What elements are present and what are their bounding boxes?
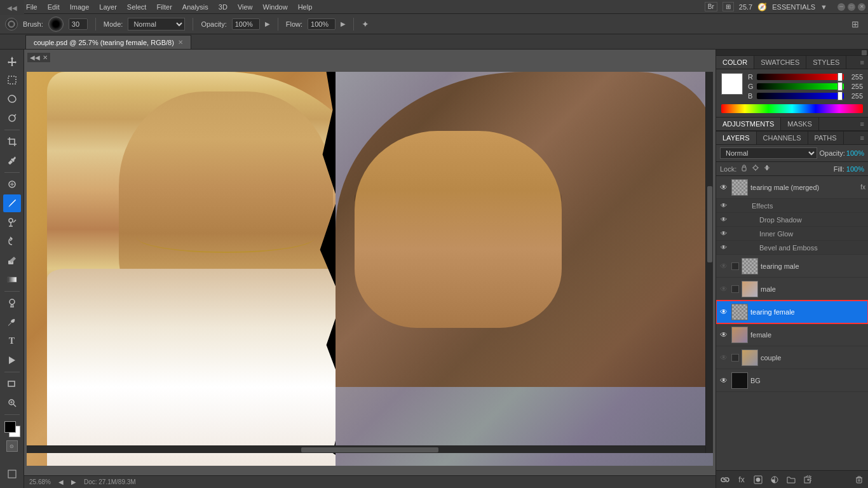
spot-heal-tool[interactable] [3,175,21,193]
layers-tab[interactable]: LAYERS [716,132,757,144]
bevel-emboss-eye[interactable]: 👁 [719,244,729,251]
layer-bg[interactable]: 👁 BG [716,369,868,392]
brush-preview[interactable] [48,17,64,32]
bridge-icon[interactable]: Br [705,2,717,11]
panel-collapse-left[interactable]: ◀◀ [7,4,17,11]
lock-transparent-icon[interactable] [740,164,748,173]
quick-select-tool[interactable] [3,109,21,127]
opacity-arrow[interactable]: ▶ [265,20,270,27]
crop-tool[interactable] [3,133,21,151]
layers-panel-menu[interactable]: ≡ [857,132,868,144]
new-layer-button[interactable] [801,473,814,486]
shape-tool[interactable] [3,375,21,393]
color-tab[interactable]: COLOR [716,56,754,69]
styles-tab[interactable]: STYLES [806,56,846,69]
opacity-value[interactable]: 100% [846,149,864,157]
inner-glow-eye[interactable]: 👁 [719,230,729,237]
layers-blend-mode[interactable]: Normal [720,147,817,159]
layer-tearing-male-merged[interactable]: 👁 tearing male (merged) fx [716,176,868,199]
layer-eye-tearing-female[interactable]: 👁 [719,308,729,316]
color-panel-menu[interactable]: ≡ [857,56,868,69]
tab-close-button[interactable]: ✕ [178,39,183,46]
lasso-tool[interactable] [3,90,21,108]
blend-mode-select[interactable]: Normal [128,18,185,30]
green-thumb[interactable] [837,82,843,91]
red-thumb[interactable] [837,73,843,81]
vscroll-thumb[interactable] [707,186,712,262]
add-mask-button[interactable] [752,473,764,486]
top-scroll-thumb[interactable] [862,50,867,55]
canvas-vertical-scrollbar[interactable] [705,72,713,453]
path-select-tool[interactable] [3,351,21,369]
layer-eye-couple[interactable]: 👁 [719,353,729,362]
layer-eye-female[interactable]: 👁 [719,330,729,339]
restore-button[interactable]: □ [848,3,855,11]
new-group-button[interactable] [785,473,797,486]
menu-view[interactable]: View [233,2,257,12]
layer-tearing-male[interactable]: 👁 tearing male [716,255,868,278]
menu-file[interactable]: File [22,2,42,12]
masks-tab[interactable]: MASKS [781,118,819,130]
eyedropper-tool[interactable] [3,152,21,170]
menu-filter[interactable]: Filter [152,2,176,12]
history-brush-tool[interactable] [3,233,21,250]
layer-fx-icon[interactable]: fx [860,184,865,191]
new-adjustment-button[interactable] [768,473,781,486]
foreground-color-swatch[interactable] [4,421,16,433]
flow-input[interactable] [308,18,336,30]
minimize-button[interactable]: ─ [837,3,845,11]
lock-position-icon[interactable] [763,164,771,173]
layer-eye-male[interactable]: 👁 [719,285,729,294]
link-layers-button[interactable] [719,473,731,486]
menu-image[interactable]: Image [65,2,94,12]
lock-image-icon[interactable] [752,164,759,173]
green-slider[interactable] [757,83,844,90]
color-spectrum[interactable] [721,104,863,113]
menu-select[interactable]: Select [123,2,151,12]
drop-shadow-eye[interactable]: 👁 [719,216,729,223]
add-style-button[interactable]: fx [735,473,748,486]
marquee-tool[interactable] [3,71,21,89]
adjustments-tab[interactable]: ADJUSTMENTS [716,118,781,130]
foreground-bg-colors[interactable] [3,420,21,438]
airbrush-icon[interactable]: ✦ [362,19,369,29]
canvas-toggle-icon[interactable]: ⊞ [848,19,863,29]
effect-bevel-emboss[interactable]: 👁 Bevel and Emboss [716,241,868,255]
canvas-horizontal-scrollbar[interactable] [27,445,713,453]
gradient-tool[interactable] [3,271,21,288]
collapse-icon[interactable]: ◀◀ [30,54,40,61]
nav-arrows-right[interactable]: ▶ [71,478,76,485]
effect-drop-shadow[interactable]: 👁 Drop Shadow [716,213,868,227]
mini-bridge-icon[interactable]: ⊞ [722,2,734,11]
delete-layer-button[interactable] [853,473,865,486]
blue-thumb[interactable] [837,92,843,100]
hscroll-thumb[interactable] [301,447,438,452]
effects-eye[interactable]: 👁 [719,202,729,209]
move-tool[interactable] [3,52,21,70]
zoom-tool[interactable] [3,394,21,412]
document-tab[interactable]: couple.psd @ 25.7% (tearing female, RGB/… [25,35,191,49]
nav-arrows-left[interactable]: ◀ [58,478,64,485]
layer-eye-tearing-male-merged[interactable]: 👁 [719,183,729,192]
layer-eye-bg[interactable]: 👁 [719,376,729,385]
screen-mode-button[interactable] [3,465,21,483]
adj-panel-menu[interactable]: ≡ [857,118,868,130]
effect-inner-glow[interactable]: 👁 Inner Glow [716,227,868,241]
layers-list[interactable]: 👁 tearing male (merged) fx 👁 Effects 👁 D… [716,176,868,470]
opacity-input[interactable] [232,18,260,30]
menu-3d[interactable]: 3D [214,2,232,12]
layer-couple[interactable]: 👁 couple [716,346,868,369]
menu-window[interactable]: Window [259,2,292,12]
blue-slider[interactable] [757,93,844,99]
nav-icon[interactable]: 🧭 [757,3,767,11]
layer-eye-tearing-male[interactable]: 👁 [719,262,729,271]
canvas-area[interactable]: ◀◀ ✕ [24,50,715,488]
close-button[interactable]: ✕ [858,3,865,11]
brush-tool[interactable] [3,194,21,212]
fill-value[interactable]: 100% [846,165,864,173]
swatches-tab[interactable]: SWATCHES [754,56,806,69]
quick-mask-button[interactable]: ⊙ [6,440,18,452]
menu-analysis[interactable]: Analysis [178,2,213,12]
layer-female[interactable]: 👁 female [716,323,868,346]
flow-arrow[interactable]: ▶ [341,20,346,27]
